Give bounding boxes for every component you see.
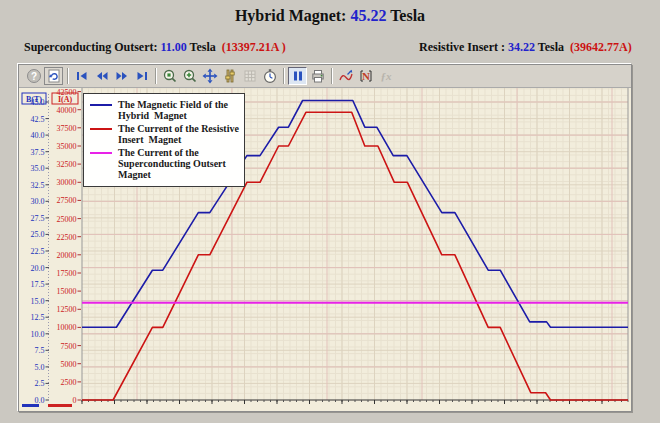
normalize-icon: N — [358, 68, 374, 84]
pan-button[interactable] — [200, 67, 219, 85]
help-button[interactable]: ? — [24, 67, 43, 85]
chart-legend: The Magnetic Field of the Hybrid MagnetT… — [83, 93, 245, 187]
svg-text:22500: 22500 — [57, 233, 77, 242]
page-title: Hybrid Magnet: 45.22 Tesla — [0, 7, 660, 25]
svg-text:0.0: 0.0 — [35, 396, 45, 405]
svg-text:0: 0 — [73, 396, 77, 405]
zoom-out-button[interactable] — [160, 67, 179, 85]
svg-text:5.0: 5.0 — [35, 363, 45, 372]
toolbar: ?Nƒx — [19, 65, 631, 88]
svg-text:37500: 37500 — [57, 124, 77, 133]
svg-text:15000: 15000 — [57, 287, 77, 296]
chart-widget: ?Nƒx 0.02.55.07.510.012.515.017.520.022.… — [18, 64, 632, 412]
svg-text:ƒx: ƒx — [380, 70, 392, 82]
svg-text:37.5: 37.5 — [31, 148, 45, 157]
insert-tesla: 34.22 — [508, 40, 535, 54]
insert-unit: Tesla — [538, 40, 564, 54]
go-last-button[interactable] — [132, 67, 151, 85]
svg-text:30.0: 30.0 — [31, 197, 45, 206]
step-forward-icon — [114, 68, 130, 84]
print-icon — [310, 68, 326, 84]
grid-button — [240, 67, 259, 85]
svg-text:10000: 10000 — [57, 323, 77, 332]
refresh-page-button[interactable] — [44, 67, 63, 85]
go-first-button[interactable] — [72, 67, 91, 85]
outsert-readout: Superconducting Outsert: 11.00 Tesla (13… — [24, 40, 286, 55]
svg-text:12500: 12500 — [57, 305, 77, 314]
svg-text:25000: 25000 — [57, 215, 77, 224]
pause-icon — [290, 68, 306, 84]
legend-item: The Current of the Resistive Insert Magn… — [90, 123, 240, 145]
title-value: 45.22 — [350, 7, 386, 24]
title-unit: Tesla — [390, 7, 425, 24]
legend-item: The Current of the Superconducting Outse… — [90, 147, 240, 180]
svg-text:20000: 20000 — [57, 251, 77, 260]
svg-text:7.5: 7.5 — [35, 346, 45, 355]
svg-text:32500: 32500 — [57, 160, 77, 169]
zoom-out-icon — [162, 68, 178, 84]
toolbar-separator — [331, 68, 332, 84]
svg-text:10.0: 10.0 — [31, 330, 45, 339]
print-button[interactable] — [308, 67, 327, 85]
svg-text:I(A): I(A) — [58, 95, 73, 104]
toolbar-separator — [67, 68, 68, 84]
b-axis-scroll-thumb[interactable] — [22, 404, 39, 407]
svg-text:40.0: 40.0 — [31, 131, 45, 140]
svg-text:40000: 40000 — [57, 106, 77, 115]
svg-text:27500: 27500 — [57, 196, 77, 205]
legend-item: The Magnetic Field of the Hybrid Magnet — [90, 99, 240, 121]
legend-label: The Magnetic Field of the Hybrid Magnet — [118, 99, 228, 121]
formula-icon: ƒx — [378, 68, 394, 84]
svg-text:17.5: 17.5 — [31, 280, 45, 289]
insert-readout: Resistive Insert : 34.22 Tesla (39642.77… — [419, 40, 632, 55]
svg-text:47.5: 47.5 — [31, 88, 45, 90]
go-first-icon — [74, 68, 90, 84]
adjust-scales-button[interactable] — [220, 67, 239, 85]
legend-label: The Current of the Resistive Insert Magn… — [118, 123, 239, 145]
legend-swatch — [90, 152, 112, 154]
svg-text:42.5: 42.5 — [31, 115, 45, 124]
insert-current: (39642.77A) — [570, 40, 632, 54]
i-axis-scroll-thumb[interactable] — [48, 404, 72, 407]
timer-icon — [262, 68, 278, 84]
svg-text:B(T): B(T) — [26, 95, 42, 104]
edit-curve-button[interactable] — [336, 67, 355, 85]
timer-button[interactable] — [260, 67, 279, 85]
svg-text:5000: 5000 — [61, 360, 77, 369]
title-label: Hybrid Magnet: — [235, 7, 347, 24]
adjust-scales-icon — [222, 68, 238, 84]
formula-button: ƒx — [376, 67, 395, 85]
outsert-unit: Tesla — [190, 40, 216, 54]
toolbar-separator — [155, 68, 156, 84]
outsert-tesla: 11.00 — [160, 40, 186, 54]
edit-curve-icon — [338, 68, 354, 84]
svg-text:2.5: 2.5 — [35, 379, 45, 388]
zoom-in-button[interactable] — [180, 67, 199, 85]
svg-text:35000: 35000 — [57, 142, 77, 151]
outsert-label: Superconducting Outsert: — [24, 40, 157, 54]
pause-button[interactable] — [288, 67, 307, 85]
refresh-page-icon — [46, 68, 62, 84]
svg-text:32.5: 32.5 — [31, 181, 45, 190]
svg-text:12.5: 12.5 — [31, 313, 45, 322]
step-back-button[interactable] — [92, 67, 111, 85]
zoom-in-icon — [182, 68, 198, 84]
svg-text:15.0: 15.0 — [31, 297, 45, 306]
svg-text:25.0: 25.0 — [31, 230, 45, 239]
outsert-current: (13397.21A ) — [222, 40, 286, 54]
svg-text:?: ? — [30, 71, 36, 82]
help-icon: ? — [26, 68, 42, 84]
svg-text:17500: 17500 — [57, 269, 77, 278]
legend-swatch — [90, 104, 112, 106]
svg-text:N: N — [362, 70, 370, 82]
svg-text:20.0: 20.0 — [31, 264, 45, 273]
normalize-button[interactable]: N — [356, 67, 375, 85]
insert-label: Resistive Insert : — [419, 40, 505, 54]
pan-icon — [202, 68, 218, 84]
grid-icon — [242, 68, 258, 84]
step-back-icon — [94, 68, 110, 84]
legend-swatch — [90, 128, 112, 130]
svg-text:7500: 7500 — [61, 342, 77, 351]
legend-label: The Current of the Superconducting Outse… — [118, 147, 226, 180]
step-forward-button[interactable] — [112, 67, 131, 85]
